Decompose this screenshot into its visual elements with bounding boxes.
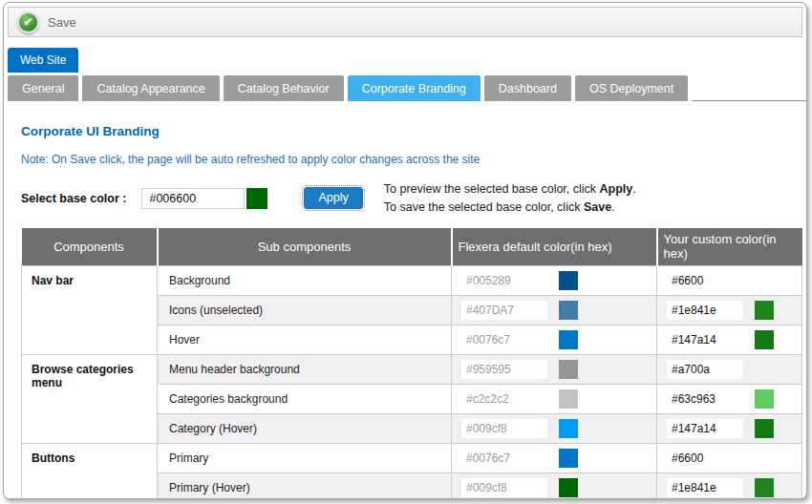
- default-color-input: [461, 330, 547, 349]
- default-color-input: [461, 360, 547, 379]
- default-color-input: [461, 419, 547, 438]
- save-check-icon: ✔: [17, 11, 39, 33]
- content-area: Corporate UI Branding Note: On Save clic…: [4, 124, 806, 499]
- app-window: ✔ Save Web Site General Catalog Appearan…: [3, 2, 807, 499]
- default-color-swatch: [559, 360, 578, 379]
- default-color-input: [461, 301, 547, 320]
- page-title: Corporate UI Branding: [21, 124, 792, 138]
- base-color-label: Select base color :: [21, 192, 126, 205]
- default-color-swatch: [559, 271, 578, 290]
- table-row: Nav bar Background: [22, 266, 802, 296]
- default-color-swatch: [559, 449, 578, 468]
- table-row: Buttons Primary: [22, 444, 802, 473]
- tab-catalog-appearance[interactable]: Catalog Appearance: [82, 75, 219, 101]
- custom-color-input[interactable]: [667, 330, 743, 349]
- default-color-swatch: [559, 478, 578, 497]
- base-color-input[interactable]: [141, 188, 245, 209]
- tab-os-deployment[interactable]: OS Deployment: [575, 75, 688, 101]
- custom-color-swatch: [755, 330, 774, 349]
- sub-component-label: Hover: [158, 326, 452, 355]
- sub-component-label: Background: [158, 266, 452, 296]
- sub-component-label: Menu header background: [158, 355, 452, 385]
- header-custom-color: Your custom color(in hex): [657, 228, 802, 266]
- table-row: Browse categories menu Menu header backg…: [22, 355, 802, 385]
- default-color-input: [461, 271, 547, 290]
- base-color-swatch: [246, 188, 267, 209]
- custom-color-swatch: [755, 389, 774, 409]
- instruction-line-save: To save the selected base color, click S…: [384, 199, 636, 217]
- tab-strip: General Catalog Appearance Catalog Behav…: [8, 74, 806, 101]
- table-header-row: Components Sub components Flexera defaul…: [22, 228, 802, 266]
- instruction-line-preview: To preview the selected base color, clic…: [384, 180, 636, 199]
- sub-component-label: Categories background: [158, 385, 452, 414]
- header-default-color: Flexera default color(in hex): [452, 228, 657, 266]
- component-group-buttons: Buttons: [22, 444, 158, 500]
- tab-strip-filler: [692, 75, 806, 101]
- tab-web-site[interactable]: Web Site: [8, 48, 78, 73]
- tab-dashboard[interactable]: Dashboard: [484, 75, 571, 101]
- default-color-swatch: [559, 419, 578, 438]
- note-text: Note: On Save click, the page will be au…: [21, 153, 792, 166]
- custom-color-input[interactable]: [667, 419, 743, 438]
- branding-table: Components Sub components Flexera defaul…: [21, 228, 802, 500]
- sub-component-label: Icons (unselected): [158, 296, 452, 326]
- instructions: To preview the selected base color, clic…: [384, 180, 636, 217]
- default-color-swatch: [559, 301, 578, 320]
- header-sub-components: Sub components: [158, 228, 452, 266]
- base-color-row: Select base color : Apply To preview the…: [21, 180, 792, 217]
- sub-component-label: Category (Hover): [158, 414, 452, 444]
- component-group-navbar: Nav bar: [22, 266, 158, 355]
- custom-color-input[interactable]: [667, 360, 743, 379]
- custom-color-input[interactable]: [667, 301, 743, 320]
- save-label: Save: [48, 15, 76, 30]
- tab-corporate-branding[interactable]: Corporate Branding: [348, 75, 481, 101]
- custom-color-input[interactable]: [667, 389, 743, 409]
- toolbar: ✔ Save: [8, 7, 802, 37]
- default-color-input: [461, 449, 547, 468]
- default-color-swatch: [559, 389, 578, 409]
- save-button[interactable]: ✔ Save: [17, 11, 76, 33]
- header-components: Components: [22, 228, 158, 266]
- tab-general[interactable]: General: [8, 75, 78, 101]
- custom-color-swatch: [755, 478, 774, 497]
- component-group-browse-categories: Browse categories menu: [22, 355, 158, 444]
- sub-component-label: Primary (Hover): [158, 473, 452, 500]
- tab-catalog-behavior[interactable]: Catalog Behavior: [224, 75, 344, 101]
- custom-color-swatch: [755, 301, 774, 320]
- custom-color-input[interactable]: [667, 478, 743, 497]
- apply-button[interactable]: Apply: [304, 187, 362, 209]
- custom-color-input[interactable]: [667, 449, 743, 468]
- default-color-input: [461, 478, 547, 497]
- default-color-input: [461, 389, 547, 409]
- default-color-swatch: [559, 330, 578, 349]
- custom-color-input[interactable]: [667, 271, 743, 290]
- sub-component-label: Primary: [158, 444, 452, 473]
- custom-color-swatch: [755, 419, 774, 438]
